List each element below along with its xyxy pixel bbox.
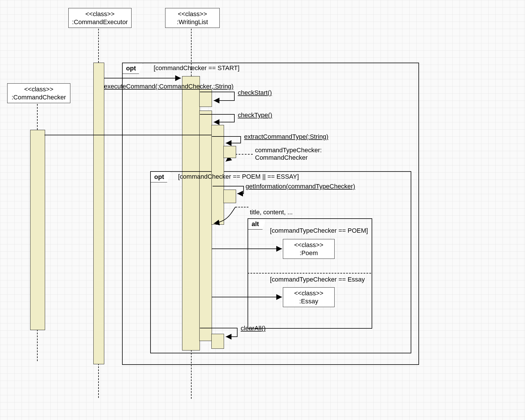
stereotype: <<class>> — [178, 10, 207, 18]
return-dash — [236, 154, 253, 155]
lifeline-dash — [37, 104, 38, 130]
lifeline-command-checker: <<class>> :CommandChecker — [7, 83, 70, 103]
msg-extract: extractCommandType(:String) — [244, 133, 328, 140]
msg-check-type: checkType() — [238, 111, 272, 119]
lifeline-command-executor: <<class>> :CommandExecutor — [68, 8, 132, 28]
lifeline-writing-list: <<class>> :WritingList — [165, 8, 220, 28]
class-poem: <<class>> :Poem — [283, 239, 335, 259]
alt-divider — [248, 273, 371, 273]
class-name: :Essay — [299, 298, 318, 305]
frame-tag: opt — [122, 63, 143, 74]
msg-clearall: clearAll() — [241, 325, 266, 332]
guard-poem: [commandTypeChecker == POEM] — [270, 227, 368, 234]
stereotype: <<class>> — [24, 86, 53, 93]
class-name: :CommandExecutor — [72, 18, 128, 26]
class-name: :CommandChecker — [11, 94, 66, 101]
stereotype: <<class>> — [85, 10, 115, 18]
msg-cmdtype-ret: commandTypeChecker: CommandChecker — [255, 147, 322, 162]
msg-check-start: checkStart() — [238, 89, 272, 97]
msg-execute-command: executeCommand(:CommandChecker,:String) — [104, 83, 233, 90]
activation-clearall — [211, 334, 224, 349]
lifeline-dash — [98, 363, 99, 398]
return-dash — [236, 207, 248, 207]
msg-title-content: title, content, ... — [250, 209, 293, 216]
stereotype: <<class>> — [294, 290, 323, 297]
lifeline-dash — [37, 330, 38, 361]
msg-getinfo: getInformation(commandTypeChecker) — [246, 183, 355, 190]
activation-extract-ret — [223, 146, 236, 158]
class-name: :Poem — [300, 249, 318, 257]
alt-frame: alt — [248, 218, 372, 329]
guard-start: [commandChecker == START] — [154, 64, 240, 72]
stereotype: <<class>> — [294, 241, 323, 248]
lifeline-dash — [98, 29, 99, 63]
guard-poem-essay: [commandChecker == POEM || == ESSAY] — [178, 173, 299, 180]
frame-tag: opt — [150, 172, 171, 182]
activation-command-executor — [93, 63, 104, 364]
class-essay: <<class>> :Essay — [283, 287, 335, 307]
activation-command-checker — [30, 130, 45, 330]
activation-getinfo — [223, 190, 236, 203]
frame-tag: alt — [248, 219, 266, 230]
class-name: :WritingList — [177, 18, 208, 26]
guard-essay: [commandTypeChecker == Essay — [270, 276, 365, 283]
sequence-diagram: <<class>> :CommandExecutor <<class>> :Wr… — [0, 0, 525, 420]
